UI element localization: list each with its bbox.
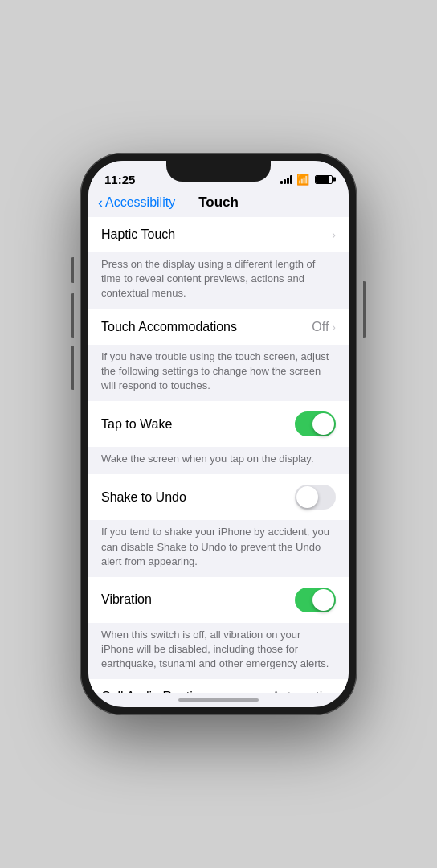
shake-to-undo-section: Shake to Undo	[88, 474, 349, 520]
tap-to-wake-section: Tap to Wake	[88, 401, 349, 447]
status-icons: 📶	[280, 174, 333, 186]
tap-to-wake-toggle[interactable]	[295, 411, 336, 436]
touch-accommodations-section: Touch Accommodations Off ›	[88, 309, 349, 345]
haptic-touch-label: Haptic Touch	[101, 227, 175, 242]
tap-to-wake-row: Tap to Wake	[88, 401, 349, 447]
touch-accommodations-description: If you have trouble using the touch scre…	[88, 345, 349, 402]
haptic-touch-row[interactable]: Haptic Touch ›	[88, 217, 349, 252]
shake-to-undo-description: If you tend to shake your iPhone by acci…	[88, 520, 349, 577]
back-label: Accessibility	[105, 195, 175, 210]
vibration-row: Vibration	[88, 577, 349, 623]
battery-icon	[315, 175, 333, 184]
call-audio-value: Automatic	[272, 690, 329, 693]
touch-accommodations-right: Off ›	[312, 320, 336, 334]
shake-to-undo-knob	[296, 486, 318, 508]
vibration-description: When this switch is off, all vibration o…	[88, 623, 349, 680]
mute-button	[71, 257, 74, 283]
haptic-touch-description: Press on the display using a different l…	[88, 252, 349, 309]
vibration-toggle[interactable]	[295, 588, 336, 612]
page-title: Touch	[198, 194, 239, 211]
vibration-section: Vibration	[88, 577, 349, 623]
back-button[interactable]: ‹ Accessibility	[98, 195, 175, 210]
notch	[166, 161, 271, 182]
shake-to-undo-label: Shake to Undo	[101, 490, 186, 505]
phone-screen: 11:25 📶 ‹ Accessibility Touch	[88, 161, 349, 707]
vibration-knob	[312, 589, 334, 611]
wifi-icon: 📶	[296, 174, 309, 186]
home-indicator	[178, 698, 259, 702]
tap-to-wake-label: Tap to Wake	[101, 417, 172, 432]
touch-accommodations-row[interactable]: Touch Accommodations Off ›	[88, 309, 349, 345]
touch-accommodations-label: Touch Accommodations	[101, 320, 237, 334]
shake-to-undo-row: Shake to Undo	[88, 474, 349, 520]
volume-down-button	[71, 346, 74, 390]
haptic-touch-section: Haptic Touch ›	[88, 217, 349, 252]
back-chevron-icon: ‹	[98, 195, 103, 210]
haptic-touch-chevron-icon: ›	[332, 228, 336, 241]
signal-icon	[280, 175, 292, 184]
touch-accommodations-chevron-icon: ›	[332, 321, 336, 334]
tap-to-wake-knob	[312, 413, 334, 435]
status-time: 11:25	[104, 173, 135, 186]
power-button	[363, 281, 366, 338]
touch-accommodations-value: Off	[312, 320, 329, 334]
call-audio-row[interactable]: Call Audio Routing Automatic ›	[88, 679, 349, 693]
vibration-label: Vibration	[101, 592, 152, 607]
navigation-bar: ‹ Accessibility Touch	[88, 191, 349, 217]
phone-frame: 11:25 📶 ‹ Accessibility Touch	[80, 153, 357, 715]
call-audio-label: Call Audio Routing	[101, 690, 207, 693]
shake-to-undo-toggle[interactable]	[295, 485, 336, 510]
tap-to-wake-description: Wake the screen when you tap on the disp…	[88, 447, 349, 474]
volume-up-button	[71, 293, 74, 338]
call-audio-chevron-icon: ›	[332, 690, 336, 693]
haptic-touch-right: ›	[332, 228, 336, 241]
call-audio-section: Call Audio Routing Automatic ›	[88, 679, 349, 693]
call-audio-right: Automatic ›	[272, 690, 336, 693]
settings-content: Haptic Touch › Press on the display usin…	[88, 217, 349, 693]
